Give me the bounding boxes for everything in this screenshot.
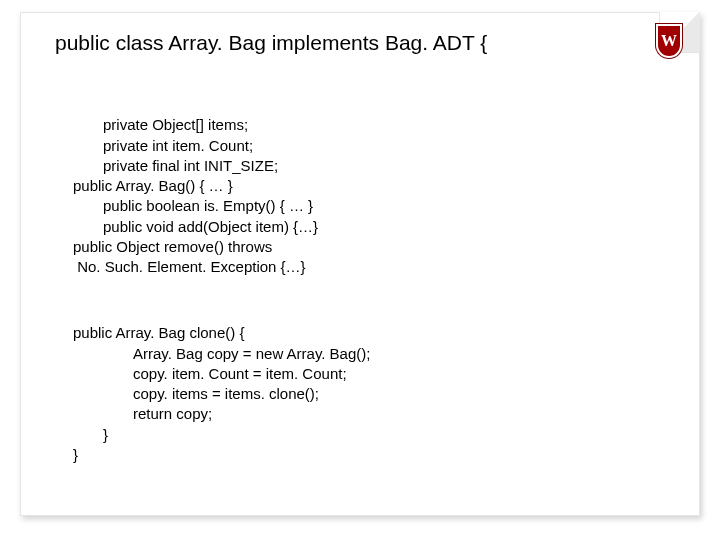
code-line: copy. item. Count = item. Count; [73, 364, 347, 384]
code-line: public void add(Object item) {…} [73, 217, 318, 237]
code-line: public boolean is. Empty() { … } [73, 196, 313, 216]
code-block-fields-methods: private Object[] items; private int item… [73, 95, 318, 277]
code-line: private int item. Count; [73, 136, 253, 156]
code-line: } [73, 445, 78, 465]
class-declaration-heading: public class Array. Bag implements Bag. … [55, 31, 487, 55]
slide: public class Array. Bag implements Bag. … [0, 0, 720, 540]
code-block-clone-method: public Array. Bag clone() { Array. Bag c… [73, 303, 370, 465]
code-line: private final int INIT_SIZE; [73, 156, 278, 176]
code-line: public Array. Bag() { … } [73, 176, 233, 196]
code-line: public Object remove() throws [73, 237, 272, 257]
code-line: Array. Bag copy = new Array. Bag(); [73, 344, 370, 364]
code-line: copy. items = items. clone(); [73, 384, 319, 404]
code-line: public Array. Bag clone() { [73, 323, 244, 343]
code-line: private Object[] items; [73, 115, 248, 135]
code-line: } [73, 425, 108, 445]
crest-letter: W [661, 32, 677, 50]
wisconsin-crest-icon: W [656, 24, 682, 58]
code-line: No. Such. Element. Exception {…} [73, 257, 306, 277]
content-card: public class Array. Bag implements Bag. … [20, 12, 700, 516]
code-line: return copy; [73, 404, 212, 424]
